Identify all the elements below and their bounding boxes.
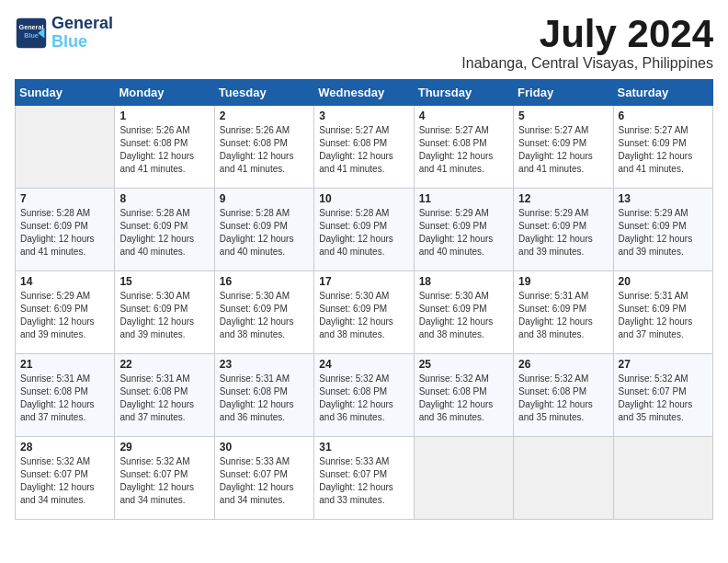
day-info: Sunrise: 5:32 AM Sunset: 6:07 PM Dayligh… bbox=[119, 455, 209, 507]
day-number: 24 bbox=[319, 358, 408, 371]
logo-icon: General Blue bbox=[15, 17, 48, 50]
day-info: Sunrise: 5:31 AM Sunset: 6:08 PM Dayligh… bbox=[119, 373, 209, 424]
day-number: 17 bbox=[319, 275, 408, 288]
calendar-cell: 7Sunrise: 5:28 AM Sunset: 6:09 PM Daylig… bbox=[16, 189, 115, 271]
calendar-cell: 5Sunrise: 5:27 AM Sunset: 6:09 PM Daylig… bbox=[514, 106, 613, 189]
calendar-cell: 1Sunrise: 5:26 AM Sunset: 6:08 PM Daylig… bbox=[115, 106, 214, 189]
calendar-cell: 28Sunrise: 5:32 AM Sunset: 6:07 PM Dayli… bbox=[16, 437, 115, 520]
day-header-monday: Monday bbox=[115, 80, 214, 106]
calendar-cell: 29Sunrise: 5:32 AM Sunset: 6:07 PM Dayli… bbox=[115, 437, 214, 520]
day-number: 31 bbox=[319, 441, 408, 454]
calendar-cell: 25Sunrise: 5:32 AM Sunset: 6:08 PM Dayli… bbox=[414, 354, 513, 437]
svg-text:General: General bbox=[19, 23, 44, 31]
calendar-cell: 22Sunrise: 5:31 AM Sunset: 6:08 PM Dayli… bbox=[115, 354, 214, 437]
day-info: Sunrise: 5:32 AM Sunset: 6:07 PM Dayligh… bbox=[619, 373, 708, 424]
day-number: 16 bbox=[220, 275, 309, 288]
calendar-cell: 30Sunrise: 5:33 AM Sunset: 6:07 PM Dayli… bbox=[214, 437, 313, 520]
day-number: 12 bbox=[518, 192, 608, 205]
day-info: Sunrise: 5:32 AM Sunset: 6:08 PM Dayligh… bbox=[518, 373, 608, 424]
calendar-cell: 17Sunrise: 5:30 AM Sunset: 6:09 PM Dayli… bbox=[314, 271, 414, 354]
day-info: Sunrise: 5:31 AM Sunset: 6:08 PM Dayligh… bbox=[220, 373, 309, 424]
day-number: 18 bbox=[419, 275, 508, 288]
day-number: 26 bbox=[518, 358, 608, 371]
day-number: 13 bbox=[619, 192, 708, 205]
day-info: Sunrise: 5:30 AM Sunset: 6:09 PM Dayligh… bbox=[220, 290, 309, 341]
day-info: Sunrise: 5:26 AM Sunset: 6:08 PM Dayligh… bbox=[220, 124, 309, 176]
day-number: 14 bbox=[20, 275, 109, 288]
day-header-thursday: Thursday bbox=[414, 80, 513, 106]
calendar-cell: 9Sunrise: 5:28 AM Sunset: 6:09 PM Daylig… bbox=[214, 189, 313, 271]
day-info: Sunrise: 5:32 AM Sunset: 6:07 PM Dayligh… bbox=[20, 455, 109, 507]
day-number: 10 bbox=[319, 192, 408, 205]
day-info: Sunrise: 5:28 AM Sunset: 6:09 PM Dayligh… bbox=[319, 207, 408, 259]
logo-text: General Blue bbox=[51, 15, 113, 52]
day-info: Sunrise: 5:28 AM Sunset: 6:09 PM Dayligh… bbox=[220, 207, 309, 259]
calendar-cell: 16Sunrise: 5:30 AM Sunset: 6:09 PM Dayli… bbox=[214, 271, 313, 354]
day-info: Sunrise: 5:33 AM Sunset: 6:07 PM Dayligh… bbox=[319, 455, 408, 507]
calendar-cell: 12Sunrise: 5:29 AM Sunset: 6:09 PM Dayli… bbox=[514, 189, 613, 271]
calendar-cell: 14Sunrise: 5:29 AM Sunset: 6:09 PM Dayli… bbox=[16, 271, 115, 354]
calendar-cell: 27Sunrise: 5:32 AM Sunset: 6:07 PM Dayli… bbox=[613, 354, 712, 437]
calendar-cell bbox=[514, 437, 613, 520]
day-info: Sunrise: 5:26 AM Sunset: 6:08 PM Dayligh… bbox=[119, 124, 209, 176]
calendar-cell: 20Sunrise: 5:31 AM Sunset: 6:09 PM Dayli… bbox=[613, 271, 712, 354]
day-number: 28 bbox=[20, 441, 109, 454]
day-number: 1 bbox=[119, 109, 209, 122]
day-header-friday: Friday bbox=[514, 80, 613, 106]
calendar-header: SundayMondayTuesdayWednesdayThursdayFrid… bbox=[16, 80, 713, 106]
calendar-cell: 19Sunrise: 5:31 AM Sunset: 6:09 PM Dayli… bbox=[514, 271, 613, 354]
header: General Blue General Blue July 2024 Inab… bbox=[15, 15, 713, 72]
calendar-cell: 6Sunrise: 5:27 AM Sunset: 6:09 PM Daylig… bbox=[613, 106, 712, 189]
day-info: Sunrise: 5:29 AM Sunset: 6:09 PM Dayligh… bbox=[518, 207, 608, 259]
day-info: Sunrise: 5:27 AM Sunset: 6:08 PM Dayligh… bbox=[319, 124, 408, 176]
day-info: Sunrise: 5:27 AM Sunset: 6:09 PM Dayligh… bbox=[518, 124, 608, 176]
location-title: Inabanga, Central Visayas, Philippines bbox=[461, 55, 713, 72]
calendar-cell: 2Sunrise: 5:26 AM Sunset: 6:08 PM Daylig… bbox=[214, 106, 313, 189]
day-number: 23 bbox=[220, 358, 309, 371]
day-number: 5 bbox=[518, 109, 608, 122]
day-info: Sunrise: 5:33 AM Sunset: 6:07 PM Dayligh… bbox=[220, 455, 309, 507]
calendar-cell: 4Sunrise: 5:27 AM Sunset: 6:08 PM Daylig… bbox=[414, 106, 513, 189]
day-info: Sunrise: 5:31 AM Sunset: 6:09 PM Dayligh… bbox=[619, 290, 708, 341]
calendar-cell: 21Sunrise: 5:31 AM Sunset: 6:08 PM Dayli… bbox=[16, 354, 115, 437]
calendar-cell: 15Sunrise: 5:30 AM Sunset: 6:09 PM Dayli… bbox=[115, 271, 214, 354]
calendar-cell: 13Sunrise: 5:29 AM Sunset: 6:09 PM Dayli… bbox=[613, 189, 712, 271]
day-number: 29 bbox=[119, 441, 209, 454]
day-number: 30 bbox=[220, 441, 309, 454]
day-number: 8 bbox=[119, 192, 209, 205]
logo: General Blue General Blue bbox=[15, 15, 113, 52]
day-info: Sunrise: 5:29 AM Sunset: 6:09 PM Dayligh… bbox=[20, 290, 109, 341]
day-number: 4 bbox=[419, 109, 508, 122]
calendar-cell: 31Sunrise: 5:33 AM Sunset: 6:07 PM Dayli… bbox=[314, 437, 414, 520]
day-info: Sunrise: 5:27 AM Sunset: 6:08 PM Dayligh… bbox=[419, 124, 508, 176]
day-info: Sunrise: 5:32 AM Sunset: 6:08 PM Dayligh… bbox=[319, 373, 408, 424]
calendar-cell: 18Sunrise: 5:30 AM Sunset: 6:09 PM Dayli… bbox=[414, 271, 513, 354]
day-header-wednesday: Wednesday bbox=[314, 80, 414, 106]
day-number: 25 bbox=[419, 358, 508, 371]
day-number: 20 bbox=[619, 275, 708, 288]
day-info: Sunrise: 5:28 AM Sunset: 6:09 PM Dayligh… bbox=[20, 207, 109, 259]
day-number: 6 bbox=[619, 109, 708, 122]
calendar-cell: 24Sunrise: 5:32 AM Sunset: 6:08 PM Dayli… bbox=[314, 354, 414, 437]
day-number: 9 bbox=[220, 192, 309, 205]
calendar-table: SundayMondayTuesdayWednesdayThursdayFrid… bbox=[15, 79, 713, 520]
day-header-sunday: Sunday bbox=[16, 80, 115, 106]
calendar-cell bbox=[414, 437, 513, 520]
day-info: Sunrise: 5:28 AM Sunset: 6:09 PM Dayligh… bbox=[119, 207, 209, 259]
svg-text:Blue: Blue bbox=[24, 31, 39, 40]
day-header-tuesday: Tuesday bbox=[214, 80, 313, 106]
day-info: Sunrise: 5:31 AM Sunset: 6:08 PM Dayligh… bbox=[20, 373, 109, 424]
day-info: Sunrise: 5:29 AM Sunset: 6:09 PM Dayligh… bbox=[619, 207, 708, 259]
calendar-cell: 11Sunrise: 5:29 AM Sunset: 6:09 PM Dayli… bbox=[414, 189, 513, 271]
title-area: July 2024 Inabanga, Central Visayas, Phi… bbox=[461, 15, 713, 72]
day-number: 22 bbox=[119, 358, 209, 371]
day-header-saturday: Saturday bbox=[613, 80, 712, 106]
day-number: 27 bbox=[619, 358, 708, 371]
day-number: 15 bbox=[119, 275, 209, 288]
day-number: 3 bbox=[319, 109, 408, 122]
day-number: 7 bbox=[20, 192, 109, 205]
day-info: Sunrise: 5:30 AM Sunset: 6:09 PM Dayligh… bbox=[119, 290, 209, 341]
day-info: Sunrise: 5:30 AM Sunset: 6:09 PM Dayligh… bbox=[419, 290, 508, 341]
day-number: 21 bbox=[20, 358, 109, 371]
calendar-cell bbox=[16, 106, 115, 189]
